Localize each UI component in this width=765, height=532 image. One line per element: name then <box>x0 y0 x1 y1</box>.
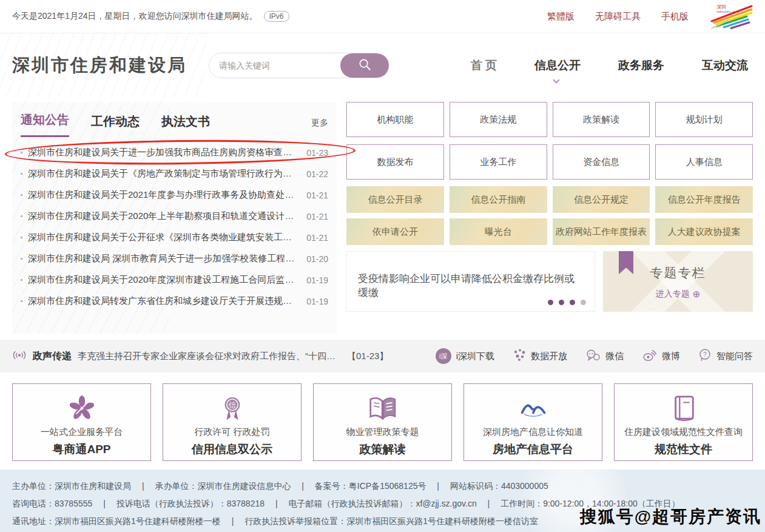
quicklink-npc-cppcc-proposals[interactable]: 人大建议政协提案 <box>655 218 753 245</box>
roof-logo-icon <box>464 392 602 424</box>
nav-interaction[interactable]: 互动交流 <box>702 58 748 73</box>
enter-special-link[interactable]: 进入专题 ⊕ <box>656 289 701 300</box>
footer-row-1: 主办单位：深圳市住房和建设局 | 承办单位：深圳市住房建设信息中心 | 备案号：… <box>12 477 753 495</box>
search-box <box>209 53 389 78</box>
notice-item[interactable]: 深圳市住房和建设局 深圳市教育局关于进一步加强学校装修工程质...01-20 <box>21 248 328 269</box>
nav-government-services[interactable]: 政务服务 <box>618 58 664 73</box>
quicklink-disclosure-guide[interactable]: 信息公开指南 <box>450 186 547 213</box>
site-title: 深圳市住房和建设局 <box>12 53 187 78</box>
quicklink-planning[interactable]: 规划计划 <box>655 102 753 137</box>
card-yueshangtong-app[interactable]: 一站式企业服务平台 粤商通APP <box>12 383 151 461</box>
special-column-card[interactable]: 专题专栏 进入专题 ⊕ <box>603 251 753 312</box>
nav-information-disclosure[interactable]: 信息公开 <box>534 58 581 73</box>
bullet-icon <box>21 152 22 153</box>
shenzhen-city-logo: 深圳 SHENZHEN CHINA <box>709 3 754 30</box>
link-mobile-version[interactable]: 手机版 <box>661 11 689 22</box>
credit-medal-icon: 信 <box>163 392 301 424</box>
topbar: 今天是2021年1月24日，星期日，欢迎您访问深圳市住建局网站。 IPv6 繁體… <box>0 0 765 33</box>
quicklink-website-annual-report[interactable]: 政府网站工作年度报表 <box>553 218 650 245</box>
quicklink-funding-info[interactable]: 资金信息 <box>553 144 650 180</box>
notice-panel: 通知公告 工作动态 执法文书 更多 深圳市住房和建设局关于进一步加强我市商品住房… <box>12 102 337 334</box>
notice-item[interactable]: 深圳市住房和建设局关于《房地产政策制定与市场管理行政行为规...01-22 <box>21 163 328 184</box>
carousel-banner[interactable]: 受疫情影响企业可以申请降低公积金缴存比例或缓缴 <box>346 251 595 312</box>
notice-item[interactable]: 深圳市住房和建设局转发广东省住房和城乡建设厅关于开展违规海...01-19 <box>21 291 328 312</box>
site-header: 深圳市住房和建设局 首 页 信息公开 政务服务 互动交流 <box>0 33 765 97</box>
wechat-icon <box>585 349 601 364</box>
carousel-dot[interactable] <box>548 300 553 305</box>
bullet-icon <box>21 279 22 281</box>
tab-enforcement-documents[interactable]: 执法文书 <box>161 113 210 137</box>
svg-text:?: ? <box>703 351 707 358</box>
notice-item[interactable]: 深圳市住房和建设局关于进一步加强我市商品住房购房资格审查和...01-23 <box>21 142 328 163</box>
search-button[interactable] <box>340 53 389 78</box>
news-bar: 政声传递 李克强主持召开专家企业家座谈会征求对政府工作报告、“十四五”... 【… <box>0 340 765 372</box>
notice-item[interactable]: 深圳市住房和建设局关于2020年上半年勘察项目和轨道交通设计项...01-21 <box>21 206 328 227</box>
quicklink-disclosure-catalog[interactable]: 信息公开目录 <box>346 186 444 213</box>
toolbar-links: i深 i深圳下载 数据开放 微信 微博 <box>436 348 753 364</box>
ipv6-badge[interactable]: IPv6 <box>264 11 289 22</box>
notice-item[interactable]: 深圳市住房和建设局关于公开征求《深圳市各类物业建筑安装工程...01-21 <box>21 227 328 248</box>
nav-home[interactable]: 首 页 <box>471 58 497 73</box>
bullet-icon <box>21 300 22 302</box>
weibo-icon <box>642 349 657 364</box>
quicklink-personnel-info[interactable]: 人事信息 <box>655 144 753 180</box>
data-cluster-icon <box>513 348 526 364</box>
newsbar-headline[interactable]: 李克强主持召开专家企业家座谈会征求对政府工作报告、“十四五”... <box>78 351 339 362</box>
notice-item[interactable]: 深圳市住房和建设局关于2020年度深圳市建设工程施工合同后监管...01-19 <box>21 269 328 291</box>
broadcast-icon <box>12 350 27 363</box>
carousel-dot[interactable] <box>559 300 564 305</box>
bullet-icon <box>21 237 22 238</box>
quicklink-business-work[interactable]: 业务工作 <box>450 144 547 180</box>
quicklink-policies-regulations[interactable]: 政策法规 <box>450 102 547 137</box>
sohu-watermark: 搜狐号@超哥房产资讯 <box>580 505 761 528</box>
more-link[interactable]: 更多 <box>311 118 328 137</box>
carousel-dot[interactable] <box>570 300 575 305</box>
notice-item[interactable]: 深圳市住房和建设局关于2021年度参与办理行政事务及协助查处建...01-21 <box>21 184 328 206</box>
chevron-down-icon <box>553 76 559 83</box>
tool-open-data[interactable]: 数据开放 <box>513 348 567 364</box>
service-cards: 一站式企业服务平台 粤商通APP 信 行政许可 行政处罚 信用信息双公示 物业管… <box>0 372 765 470</box>
main-content: 通知公告 工作动态 执法文书 更多 深圳市住房和建设局关于进一步加强我市商品住房… <box>0 97 765 334</box>
main-nav: 首 页 信息公开 政务服务 互动交流 <box>471 58 748 73</box>
quicklink-policy-interpretation[interactable]: 政策解读 <box>553 102 650 137</box>
open-book-icon <box>314 392 451 424</box>
quick-links-panel: 机构职能 政策法规 政策解读 规划计划 数据发布 业务工作 资金信息 人事信息 … <box>346 102 753 334</box>
notice-list: 深圳市住房和建设局关于进一步加强我市商品住房购房资格审查和...01-23 深圳… <box>12 137 337 312</box>
newsbar-label: 政声传递 <box>33 350 72 363</box>
carousel-dot[interactable] <box>581 300 586 305</box>
banner-headline[interactable]: 受疫情影响企业可以申请降低公积金缴存比例或缓缴 <box>347 272 595 300</box>
tab-work-updates[interactable]: 工作动态 <box>91 113 140 137</box>
tab-notices[interactable]: 通知公告 <box>21 112 69 137</box>
quicklink-data-release[interactable]: 数据发布 <box>346 144 444 180</box>
card-policy-interpretation[interactable]: 物业管理政策专题 政策解读 <box>313 383 452 461</box>
quicklink-disclosure-rules[interactable]: 信息公开规定 <box>553 186 650 213</box>
search-icon <box>358 58 372 73</box>
welcome-text: 今天是2021年1月24日，星期日，欢迎您访问深圳市住建局网站。 <box>12 11 258 22</box>
tool-smart-qa[interactable]: ? 智能问答 <box>698 348 753 364</box>
circled-plus-icon: ⊕ <box>693 289 701 300</box>
quicklink-agency-functions[interactable]: 机构职能 <box>346 102 444 137</box>
banner-row: 受疫情影响企业可以申请降低公积金缴存比例或缓缴 专题专栏 进入专题 ⊕ <box>346 251 753 312</box>
ishenzhen-icon: i深 <box>436 348 451 364</box>
link-accessibility-tools[interactable]: 无障碍工具 <box>595 11 641 22</box>
link-traditional-chinese[interactable]: 繁體版 <box>547 11 575 22</box>
bauhinia-flower-icon <box>13 392 150 424</box>
bullet-icon <box>21 215 22 217</box>
svg-text:信: 信 <box>228 401 235 409</box>
logo-cn-text: 深圳 <box>716 4 726 10</box>
tool-weibo[interactable]: 微博 <box>642 349 680 364</box>
carousel-dots <box>548 300 586 305</box>
quicklink-annual-report[interactable]: 信息公开年度报告 <box>655 186 753 213</box>
quicklink-disclosure-on-request[interactable]: 依申请公开 <box>346 218 444 245</box>
bullet-icon <box>21 173 22 175</box>
white-button-grid: 机构职能 政策法规 政策解读 规划计划 数据发布 业务工作 资金信息 人事信息 <box>346 102 753 180</box>
smart-qa-icon: ? <box>698 348 712 364</box>
quicklink-exposure-platform[interactable]: 曝光台 <box>450 218 547 245</box>
search-input[interactable] <box>209 53 352 78</box>
tool-ishenzhen-download[interactable]: i深 i深圳下载 <box>436 348 494 364</box>
card-credit-disclosure[interactable]: 信 行政许可 行政处罚 信用信息双公示 <box>163 383 302 461</box>
card-real-estate-platform[interactable]: 深圳房地产信息让你知道 房地产信息平台 <box>463 383 602 461</box>
card-normative-documents[interactable]: 住房建设领域规范性文件查询 规范性文件 <box>614 383 753 461</box>
closed-book-icon <box>615 392 752 424</box>
tool-wechat[interactable]: 微信 <box>585 349 624 364</box>
